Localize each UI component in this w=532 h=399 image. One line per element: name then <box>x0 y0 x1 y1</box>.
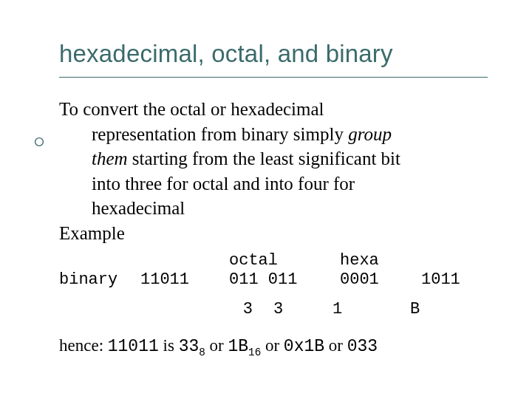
hence-or-1: or <box>205 336 228 355</box>
hexa-digit-2: B <box>410 300 454 319</box>
hence-octal-sub: 8 <box>199 346 205 358</box>
table-value-row: binary 11011 011 011 0001 1011 <box>59 270 488 290</box>
binary-value: 11011 <box>140 270 229 290</box>
hence-or-2: or <box>261 336 284 355</box>
intro-line-3a: them <box>92 149 128 168</box>
bullet-icon <box>34 137 44 147</box>
hence-prefix: hence: <box>59 336 108 355</box>
intro-line-3b: starting from the least significant bit <box>128 149 400 168</box>
intro-line-2: representation from binary simply group <box>59 123 488 146</box>
intro-line-1: To convert the octal or hexadecimal <box>59 98 488 120</box>
hdr-blank-3 <box>421 251 488 270</box>
hence-hex-sub: 16 <box>248 346 261 358</box>
hdr-hexa: hexa <box>340 251 421 270</box>
octal-digit-2: 3 <box>273 300 332 319</box>
intro-line-2b: group <box>348 124 392 144</box>
octal-digit-1: 3 <box>59 300 273 319</box>
hence-hex-main: 1B <box>228 337 248 356</box>
table-header-row: octal hexa <box>59 251 488 270</box>
hdr-blank-2 <box>140 251 229 270</box>
label-binary: binary <box>59 270 140 290</box>
intro-line-2a: representation from binary simply <box>92 124 348 144</box>
hence-oct-c: 033 <box>347 337 378 356</box>
hence-line: hence: 11011 is 338 or 1B16 or 0x1B or 0… <box>59 335 488 358</box>
hence-is: is <box>159 336 179 355</box>
example-label: Example <box>59 222 488 245</box>
hexa-group-1: 0001 <box>340 270 421 290</box>
slide-title: hexadecimal, octal, and binary <box>59 40 488 68</box>
hexa-group-2: 1011 <box>421 270 488 290</box>
hence-octal-main: 33 <box>179 337 200 356</box>
title-rule <box>59 77 488 78</box>
slide: hexadecimal, octal, and binary To conver… <box>0 0 532 399</box>
hdr-octal: octal <box>229 251 340 270</box>
octal-groups: 011 011 <box>229 270 340 290</box>
body-text: To convert the octal or hexadecimal repr… <box>59 98 488 358</box>
hence-hex-c: 0x1B <box>284 337 324 356</box>
svg-point-0 <box>35 138 44 146</box>
hence-binary: 11011 <box>108 337 159 356</box>
digit-row: 331B <box>59 300 488 319</box>
hexa-digit-1: 1 <box>332 300 410 319</box>
intro-line-3: them starting from the least significant… <box>59 148 488 170</box>
hence-or-3: or <box>324 336 347 355</box>
intro-line-4: into three for octal and into four for <box>59 173 488 195</box>
conversion-table: octal hexa binary 11011 011 011 0001 101… <box>59 251 488 319</box>
hdr-blank-1 <box>59 251 140 270</box>
intro-line-5: hexadecimal <box>59 197 488 219</box>
